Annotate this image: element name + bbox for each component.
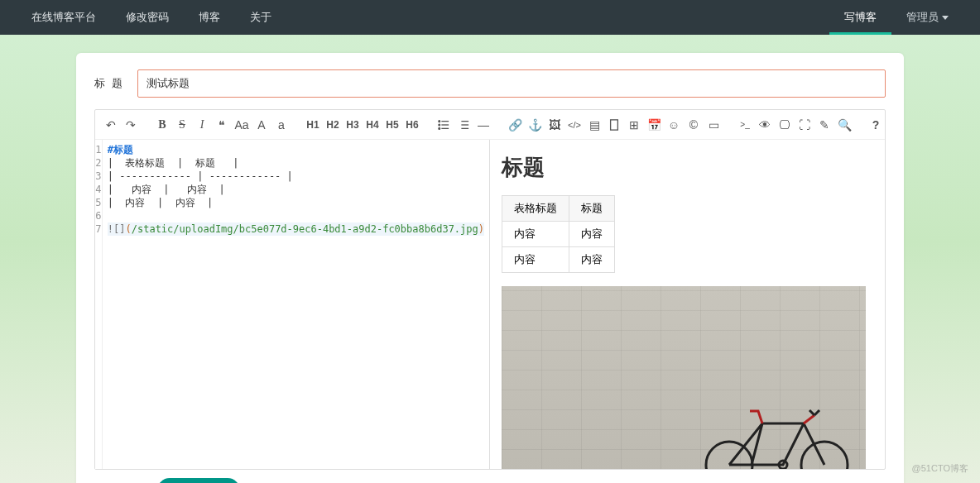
h4-button[interactable]: H4 — [363, 114, 382, 136]
h3-button[interactable]: H3 — [343, 114, 362, 136]
svg-point-4 — [439, 127, 440, 129]
table-cell: 内容 — [569, 247, 615, 273]
table-icon[interactable]: ⊞ — [625, 114, 643, 136]
nav-blog[interactable]: 博客 — [184, 0, 235, 35]
case-aa-button[interactable]: Aa — [233, 114, 251, 136]
code-line[interactable] — [108, 209, 484, 222]
preview-table: 表格标题标题内容内容内容内容 — [502, 195, 615, 273]
redo-icon[interactable]: ↷ — [122, 114, 140, 136]
special-char-icon[interactable]: © — [685, 114, 703, 136]
h1-button[interactable]: H1 — [304, 114, 322, 136]
table-cell: 内容 — [502, 247, 569, 273]
h6-button[interactable]: H6 — [403, 114, 421, 136]
nav-right: 写博客 管理员 — [829, 0, 963, 35]
svg-rect-9 — [611, 119, 618, 129]
svg-point-0 — [439, 120, 440, 122]
save-button[interactable]: 保存 — [157, 478, 240, 483]
undo-icon[interactable]: ↶ — [102, 114, 120, 136]
title-label: 标 题 — [94, 76, 124, 91]
image-icon[interactable]: 🖼 — [545, 114, 564, 136]
nav-change-password[interactable]: 修改密码 — [111, 0, 184, 35]
code-line[interactable]: ![](/static/uploadImg/bc5e077d-9ec6-4bd1… — [108, 222, 484, 236]
table-cell: 内容 — [502, 222, 569, 247]
table-header: 表格标题 — [502, 196, 569, 222]
file-icon[interactable] — [605, 114, 623, 136]
preview-icon[interactable]: 🖵 — [776, 114, 794, 136]
table-cell: 内容 — [569, 222, 615, 247]
h2-button[interactable]: H2 — [324, 114, 342, 136]
editor-toolbar: ↶ ↷ B S I ❝ Aa A a H1 H2 H3 H4 H5 H6 — 🔗… — [95, 110, 885, 140]
pagebreak-icon[interactable]: ▭ — [704, 114, 723, 136]
code-line[interactable]: | ------------ | ------------ | — [108, 170, 484, 183]
svg-point-11 — [801, 442, 848, 469]
terminal-icon[interactable]: >_ — [736, 114, 754, 136]
code-line[interactable]: | 表格标题 | 标题 | — [108, 156, 484, 170]
nav-admin-dropdown[interactable]: 管理员 — [891, 10, 963, 25]
top-navbar: 在线博客平台 修改密码 博客 关于 写博客 管理员 — [0, 0, 980, 35]
lowercase-button[interactable]: a — [272, 114, 291, 136]
nav-left: 在线博客平台 修改密码 博客 关于 — [17, 0, 286, 35]
link-icon[interactable]: 🔗 — [506, 114, 524, 136]
source-pane[interactable]: 1234567 #标题| 表格标题 | 标题 || ------------ |… — [95, 140, 490, 469]
editor-card: 标 题 ↶ ↷ B S I ❝ Aa A a H1 H2 H3 H4 H5 H6… — [76, 53, 904, 483]
codeblock-icon[interactable]: ▤ — [585, 114, 603, 136]
caret-down-icon — [942, 16, 949, 20]
form-footer: 保存 — [94, 470, 886, 483]
hr-button[interactable]: — — [474, 114, 492, 136]
fullscreen-icon[interactable]: ⛶ — [795, 114, 814, 136]
editor-body: 1234567 #标题| 表格标题 | 标题 || ------------ |… — [95, 140, 885, 469]
nav-write-blog[interactable]: 写博客 — [829, 0, 891, 35]
bicycle-image — [692, 390, 858, 469]
clear-icon[interactable]: ✎ — [815, 114, 833, 136]
code-icon[interactable]: </> — [565, 114, 584, 136]
italic-button[interactable]: I — [193, 114, 211, 136]
svg-point-2 — [439, 124, 440, 126]
code-line[interactable]: | 内容 | 内容 | — [108, 196, 484, 209]
nav-admin-label: 管理员 — [906, 10, 939, 25]
preview-heading: 标题 — [502, 153, 873, 182]
uppercase-button[interactable]: A — [252, 114, 271, 136]
strikethrough-button[interactable]: S — [173, 114, 191, 136]
nav-platform[interactable]: 在线博客平台 — [17, 0, 111, 35]
title-row: 标 题 — [94, 69, 886, 98]
preview-pane: 标题 表格标题标题内容内容内容内容 — [490, 140, 885, 469]
calendar-icon[interactable]: 📅 — [645, 114, 663, 136]
markdown-editor: ↶ ↷ B S I ❝ Aa A a H1 H2 H3 H4 H5 H6 — 🔗… — [94, 109, 886, 470]
source-code[interactable]: #标题| 表格标题 | 标题 || ------------ | -------… — [103, 140, 489, 469]
line-gutter: 1234567 — [95, 140, 103, 469]
watermark: @51CTO博客 — [912, 462, 968, 475]
watch-icon[interactable]: 👁 — [756, 114, 774, 136]
search-icon[interactable]: 🔍 — [835, 114, 853, 136]
code-line[interactable]: | 内容 | 内容 | — [108, 183, 484, 196]
nav-about[interactable]: 关于 — [235, 0, 286, 35]
emoji-icon[interactable]: ☺ — [665, 114, 683, 136]
code-line[interactable]: #标题 — [108, 143, 484, 156]
preview-image — [502, 286, 866, 469]
ordered-list-icon[interactable] — [454, 114, 473, 136]
anchor-icon[interactable]: ⚓ — [526, 114, 544, 136]
help-icon[interactable]: ? — [867, 114, 885, 136]
table-header: 标题 — [569, 196, 615, 222]
unordered-list-icon[interactable] — [435, 114, 453, 136]
bold-button[interactable]: B — [153, 114, 171, 136]
title-input[interactable] — [137, 69, 886, 98]
h5-button[interactable]: H5 — [383, 114, 401, 136]
quote-button[interactable]: ❝ — [213, 114, 231, 136]
